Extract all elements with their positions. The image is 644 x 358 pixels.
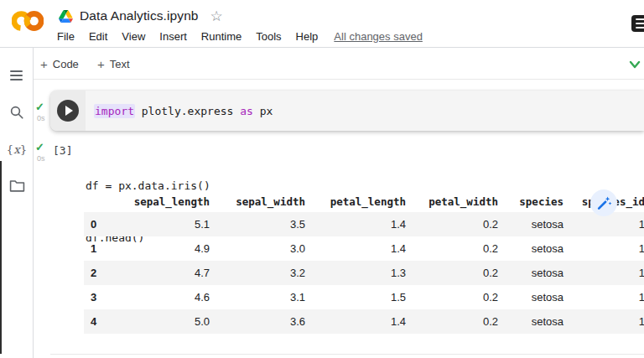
- files-folder-icon[interactable]: [8, 176, 26, 195]
- table-cell: 3.0: [220, 236, 315, 261]
- table-cell: 5.1: [122, 212, 220, 236]
- table-cell: 3.6: [220, 309, 315, 334]
- left-edge-scrollbar[interactable]: [0, 161, 2, 354]
- row-index: 0: [84, 212, 122, 236]
- brace-close: }: [20, 143, 28, 156]
- table-cell: setosa: [508, 236, 574, 261]
- alias-name: px: [253, 105, 273, 117]
- play-icon: [65, 106, 73, 116]
- table-cell: 3.5: [220, 212, 315, 236]
- magic-wand-icon: [595, 195, 612, 211]
- add-code-button[interactable]: + Code: [40, 55, 79, 72]
- table-cell: 4.9: [122, 236, 220, 261]
- row-index: 1: [84, 236, 122, 261]
- variables-icon[interactable]: {x}: [8, 140, 26, 158]
- notebook-title-row: Data Analytics.ipynb ☆: [59, 7, 223, 25]
- table-cell: 1.3: [315, 261, 416, 285]
- row-index: 3: [84, 285, 122, 309]
- cell1-success-check-icon: ✓: [35, 101, 44, 113]
- table-cell: 4.6: [122, 285, 220, 309]
- table-cell: 0.2: [416, 309, 508, 334]
- toolbar-divider: [34, 79, 644, 80]
- dataframe-table: sepal_lengthsepal_widthpetal_lengthpetal…: [84, 190, 644, 334]
- menu-view[interactable]: View: [122, 30, 145, 43]
- menu-tools[interactable]: Tools: [256, 30, 281, 43]
- menu-runtime[interactable]: Runtime: [201, 30, 242, 43]
- table-cell: 1: [574, 261, 644, 285]
- table-cell: 1.4: [315, 309, 416, 334]
- chevron-down-icon[interactable]: [628, 58, 641, 71]
- table-cell: 1: [574, 212, 644, 236]
- table-cell: 1: [574, 309, 644, 334]
- table-row: 24.73.21.30.2setosa1: [84, 261, 644, 285]
- sidebar-divider: [33, 48, 34, 358]
- table-of-contents-icon[interactable]: [8, 66, 26, 85]
- table-cell: 3.2: [220, 261, 315, 285]
- cell1-code[interactable]: import plotly.express as px: [94, 105, 273, 117]
- table-cell: 0.2: [416, 212, 508, 236]
- keyword-import: import: [94, 104, 135, 118]
- column-header: petal_width: [416, 190, 508, 212]
- add-text-button[interactable]: + Text: [97, 55, 130, 72]
- plus-icon: +: [97, 58, 105, 70]
- cell2-success-check-icon: ✓: [35, 141, 44, 153]
- notebook-title[interactable]: Data Analytics.ipynb: [80, 8, 199, 23]
- row-index: 4: [84, 309, 122, 334]
- dataframe-output: sepal_lengthsepal_widthpetal_lengthpetal…: [84, 190, 644, 334]
- table-cell: setosa: [508, 212, 574, 236]
- table-cell: 1.4: [315, 212, 416, 236]
- add-code-label: Code: [53, 58, 79, 70]
- table-cell: setosa: [508, 309, 574, 334]
- table-cell: setosa: [508, 261, 574, 285]
- code-cell-1[interactable]: import plotly.express as px: [50, 91, 644, 131]
- menu-edit[interactable]: Edit: [89, 30, 107, 43]
- column-header: [84, 190, 122, 212]
- save-status-link[interactable]: All changes saved: [334, 30, 423, 43]
- table-row: 05.13.51.40.2setosa1: [84, 212, 644, 236]
- menu-insert[interactable]: Insert: [159, 30, 187, 43]
- keyword-as: as: [240, 105, 253, 117]
- menu-file[interactable]: File: [57, 30, 75, 43]
- menu-help[interactable]: Help: [296, 30, 319, 43]
- table-header-row: sepal_lengthsepal_widthpetal_lengthpetal…: [84, 190, 644, 212]
- cell1-run-time: 0s: [37, 114, 45, 122]
- plus-icon: +: [40, 58, 48, 70]
- header: Data Analytics.ipynb ☆ File Edit View In…: [0, 0, 644, 47]
- suggest-charts-button[interactable]: [590, 189, 617, 216]
- column-header: sepal_length: [122, 190, 220, 212]
- column-header: species: [508, 190, 574, 212]
- row-index: 2: [84, 261, 122, 285]
- table-cell: 4.7: [122, 261, 220, 285]
- colab-logo-icon[interactable]: [12, 8, 44, 34]
- star-icon[interactable]: ☆: [210, 9, 223, 23]
- search-icon[interactable]: [8, 103, 26, 122]
- header-divider: [0, 47, 644, 48]
- table-row: 34.63.11.50.2setosa1: [84, 285, 644, 309]
- table-cell: 0.2: [416, 261, 508, 285]
- cell2-run-time: 0s: [37, 154, 45, 163]
- table-cell: 3.1: [220, 285, 315, 309]
- table-cell: 5.0: [122, 309, 220, 334]
- table-cell: 0.2: [416, 285, 508, 309]
- menu-bar: File Edit View Insert Runtime Tools Help…: [57, 29, 423, 44]
- brace-open: {: [7, 143, 14, 156]
- module-name: plotly.express: [135, 105, 240, 117]
- drive-icon: [59, 10, 73, 23]
- table-row: 45.03.61.40.2setosa1: [84, 309, 644, 334]
- run-cell-button[interactable]: [57, 100, 79, 122]
- table-cell: 1: [574, 285, 644, 309]
- column-header: sepal_width: [220, 190, 315, 212]
- table-cell: 0.2: [416, 236, 508, 261]
- table-cell: 1: [574, 236, 644, 261]
- table-row: 14.93.01.40.2setosa1: [84, 236, 644, 261]
- next-cell-divider: [50, 354, 644, 355]
- table-cell: setosa: [508, 285, 574, 309]
- comment-panel-icon[interactable]: [631, 15, 644, 32]
- table-cell: 1.4: [315, 236, 416, 261]
- add-text-label: Text: [110, 58, 130, 70]
- var-x: x: [13, 143, 20, 156]
- column-header: petal_length: [315, 190, 416, 212]
- table-cell: 1.5: [315, 285, 416, 309]
- cell2-execution-count: [3]: [53, 144, 72, 157]
